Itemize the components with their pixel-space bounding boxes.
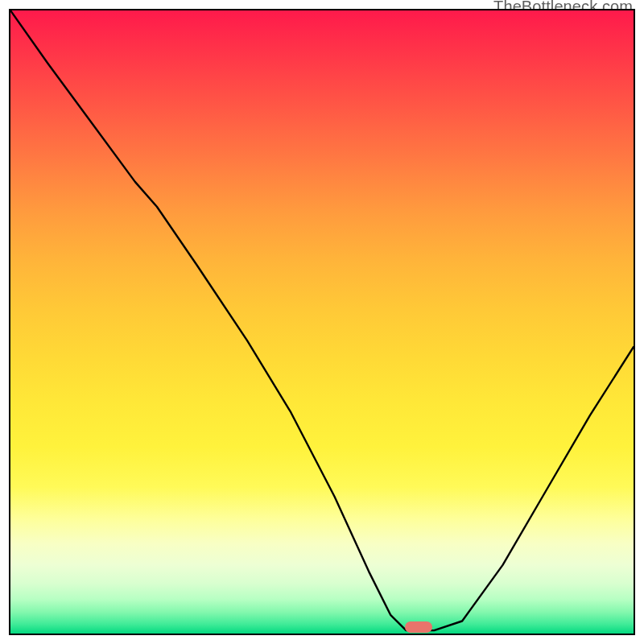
chart-stage: TheBottleneck.com: [0, 0, 644, 644]
optimum-marker: [405, 621, 432, 633]
chart-frame: [9, 9, 635, 635]
chart-curve: [10, 10, 634, 634]
bottleneck-curve-path: [10, 10, 634, 630]
